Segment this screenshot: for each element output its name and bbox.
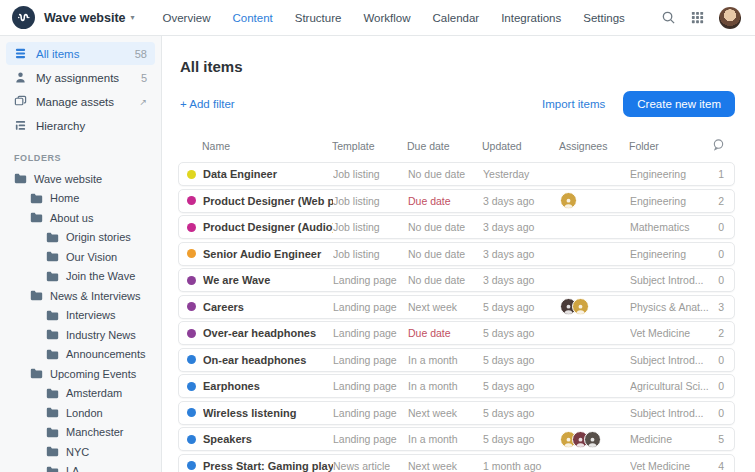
- create-new-item-button[interactable]: Create new item: [623, 91, 735, 117]
- tab-calendar[interactable]: Calendar: [433, 12, 480, 24]
- table-row[interactable]: Careers Landing page Next week 5 days ag…: [178, 295, 735, 319]
- item-comment-count: 0: [710, 407, 734, 419]
- content-type-dot: [187, 355, 196, 364]
- folder-tree-item[interactable]: LA: [0, 462, 161, 472]
- folder-icon: [30, 290, 43, 301]
- apps-grid-icon[interactable]: [690, 10, 705, 25]
- column-assignees[interactable]: Assignees: [559, 140, 629, 152]
- folder-tree-item[interactable]: Manchester: [0, 423, 161, 443]
- table-row[interactable]: We are Wave Landing page No due date 3 d…: [178, 268, 735, 292]
- user-avatar[interactable]: [719, 7, 741, 29]
- folder-name: Upcoming Events: [50, 368, 136, 380]
- item-name[interactable]: Data Engineer: [203, 168, 333, 180]
- folder-name: Wave website: [34, 173, 102, 185]
- tab-integrations[interactable]: Integrations: [501, 12, 561, 24]
- table-row[interactable]: Product Designer (Web platfor Job listin…: [178, 189, 735, 213]
- item-folder: Subject Introd...: [630, 274, 710, 286]
- content-type-dot: [187, 461, 196, 470]
- item-template: Job listing: [333, 248, 408, 260]
- folder-icon: [46, 446, 59, 457]
- table-row[interactable]: Earphones Landing page In a month 5 days…: [178, 374, 735, 398]
- folders-section-label: FOLDERS: [14, 153, 161, 163]
- item-due-date: Next week: [408, 407, 483, 419]
- tab-structure[interactable]: Structure: [295, 12, 342, 24]
- assignee-avatar: [572, 298, 589, 315]
- folder-tree-item[interactable]: Home: [0, 189, 161, 209]
- project-name[interactable]: Wave website: [44, 11, 126, 25]
- folder-icon: [46, 427, 59, 438]
- folder-tree-item[interactable]: London: [0, 403, 161, 423]
- add-filter-link[interactable]: + Add filter: [180, 98, 235, 110]
- sidebar-item-hierarchy[interactable]: Hierarchy: [6, 114, 155, 137]
- column-updated[interactable]: Updated: [482, 140, 559, 152]
- toolbar: + Add filter Import items Create new ite…: [178, 91, 735, 117]
- item-name[interactable]: Wireless listening: [203, 407, 333, 419]
- folder-icon: [46, 329, 59, 340]
- folder-tree-item[interactable]: NYC: [0, 442, 161, 462]
- folder-tree-item[interactable]: Interviews: [0, 306, 161, 326]
- item-name[interactable]: Press Start: Gaming playlists a: [203, 460, 333, 472]
- content-type-dot: [187, 249, 196, 258]
- tab-workflow[interactable]: Workflow: [363, 12, 410, 24]
- table-row[interactable]: Press Start: Gaming playlists a News art…: [178, 454, 735, 472]
- tab-overview[interactable]: Overview: [163, 12, 211, 24]
- item-updated: 5 days ago: [483, 407, 560, 419]
- item-name[interactable]: We are Wave: [203, 274, 333, 286]
- item-comment-count: 0: [710, 248, 734, 260]
- sidebar-item-manage-assets[interactable]: Manage assets ↗: [6, 90, 155, 113]
- item-folder: Mathematics: [630, 221, 710, 233]
- folder-tree-item[interactable]: News & Interviews: [0, 286, 161, 306]
- column-template[interactable]: Template: [332, 140, 407, 152]
- column-name[interactable]: Name: [202, 140, 332, 152]
- folder-tree-item[interactable]: Upcoming Events: [0, 364, 161, 384]
- item-folder: Subject Introd...: [630, 407, 710, 419]
- item-due-date: No due date: [408, 248, 483, 260]
- folder-tree-item[interactable]: Our Vision: [0, 247, 161, 267]
- item-due-date: Due date: [408, 327, 483, 339]
- item-name[interactable]: Product Designer (Web platfor: [203, 195, 333, 207]
- folder-tree-item[interactable]: Industry News: [0, 325, 161, 345]
- chevron-down-icon[interactable]: ▾: [131, 13, 135, 22]
- tab-content[interactable]: Content: [232, 12, 272, 24]
- item-due-date: Next week: [408, 460, 483, 472]
- item-name[interactable]: Senior Audio Engineer: [203, 248, 333, 260]
- item-name[interactable]: Over-ear headphones: [203, 327, 333, 339]
- table-row[interactable]: Product Designer (Audio) Job listing No …: [178, 215, 735, 239]
- item-comment-count: 5: [710, 433, 734, 445]
- search-icon[interactable]: [661, 10, 676, 25]
- table-row[interactable]: Over-ear headphones Landing page Due dat…: [178, 321, 735, 345]
- folder-tree-item[interactable]: Announcements: [0, 345, 161, 365]
- folder-tree-item[interactable]: About us: [0, 208, 161, 228]
- item-due-date: Next week: [408, 301, 483, 313]
- folder-tree-item[interactable]: Wave website: [0, 169, 161, 189]
- folder-tree-item[interactable]: Amsterdam: [0, 384, 161, 404]
- column-folder[interactable]: Folder: [629, 140, 709, 152]
- item-name[interactable]: Earphones: [203, 380, 333, 392]
- column-due-date[interactable]: Due date: [407, 140, 482, 152]
- item-updated: 5 days ago: [483, 433, 560, 445]
- item-name[interactable]: Speakers: [203, 433, 333, 445]
- item-folder: Engineering: [630, 168, 710, 180]
- table-row[interactable]: Speakers Landing page In a month 5 days …: [178, 427, 735, 451]
- folder-tree-item[interactable]: Join the Wave: [0, 267, 161, 287]
- item-due-date: No due date: [408, 221, 483, 233]
- table-row[interactable]: Data Engineer Job listing No due date Ye…: [178, 162, 735, 186]
- item-template: Landing page: [333, 301, 408, 313]
- item-due-date: In a month: [408, 354, 483, 366]
- table-row[interactable]: On-ear headphones Landing page In a mont…: [178, 348, 735, 372]
- folder-tree-item[interactable]: Origin stories: [0, 228, 161, 248]
- folder-name: Manchester: [66, 426, 123, 438]
- sidebar-item-all-items[interactable]: All items 58: [6, 42, 155, 65]
- item-name[interactable]: On-ear headphones: [203, 354, 333, 366]
- folder-icon: [46, 232, 59, 243]
- item-folder: Vet Medicine: [630, 460, 710, 472]
- item-name[interactable]: Product Designer (Audio): [203, 221, 333, 233]
- tab-settings[interactable]: Settings: [583, 12, 625, 24]
- import-items-link[interactable]: Import items: [542, 98, 605, 110]
- sidebar-item-my-assignments[interactable]: My assignments 5: [6, 66, 155, 89]
- item-name[interactable]: Careers: [203, 301, 333, 313]
- item-comment-count: 0: [710, 354, 734, 366]
- table-row[interactable]: Senior Audio Engineer Job listing No due…: [178, 242, 735, 266]
- table-row[interactable]: Wireless listening Landing page Next wee…: [178, 401, 735, 425]
- item-folder: Engineering: [630, 195, 710, 207]
